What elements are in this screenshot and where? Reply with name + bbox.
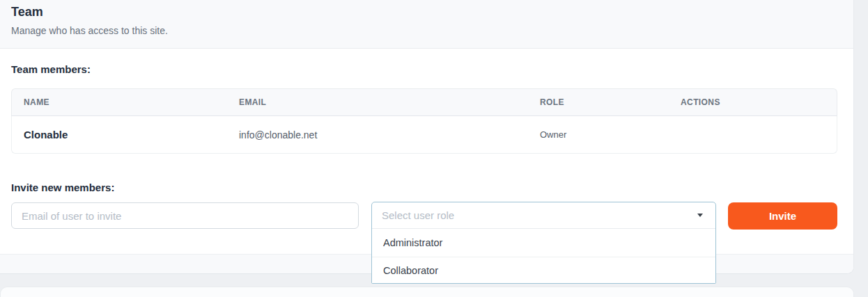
table-header: NAME EMAIL ROLE ACTIONS — [11, 88, 837, 116]
invite-members-label: Invite new members: — [11, 154, 842, 193]
page-title: Team — [11, 2, 842, 20]
table-row: Clonable info@clonable.net Owner — [11, 116, 837, 154]
chevron-down-icon — [697, 214, 703, 217]
card-body: Team members: NAME EMAIL ROLE ACTIONS Cl… — [0, 49, 853, 229]
column-header-email: EMAIL — [227, 88, 528, 116]
invite-form-row: Select user role Administrator Collabora… — [11, 202, 842, 229]
column-header-role: ROLE — [528, 88, 669, 116]
team-settings-card: Team Manage who has access to this site.… — [0, 0, 854, 274]
role-option-collaborator[interactable]: Collaborator — [372, 257, 715, 283]
role-select-placeholder: Select user role — [382, 209, 454, 221]
column-header-actions: ACTIONS — [669, 88, 837, 116]
column-header-name: NAME — [11, 88, 227, 116]
page-subtitle: Manage who has access to this site. — [11, 24, 842, 37]
member-actions — [669, 116, 837, 154]
team-members-table: NAME EMAIL ROLE ACTIONS Clonable info@cl… — [11, 88, 837, 154]
page: Team Manage who has access to this site.… — [0, 0, 868, 297]
role-option-administrator[interactable]: Administrator — [372, 229, 715, 257]
invite-button[interactable]: Invite — [728, 202, 837, 230]
team-members-label: Team members: — [11, 49, 842, 75]
role-dropdown-menu: Administrator Collaborator — [372, 228, 715, 283]
member-role: Owner — [528, 116, 669, 154]
role-select: Select user role Administrator Collabora… — [371, 202, 716, 284]
member-name: Clonable — [11, 116, 227, 154]
invite-email-input[interactable] — [11, 202, 359, 229]
role-select-trigger[interactable]: Select user role — [372, 202, 715, 228]
member-email: info@clonable.net — [227, 116, 528, 154]
next-section-card — [0, 287, 854, 297]
card-header: Team Manage who has access to this site. — [0, 0, 853, 49]
